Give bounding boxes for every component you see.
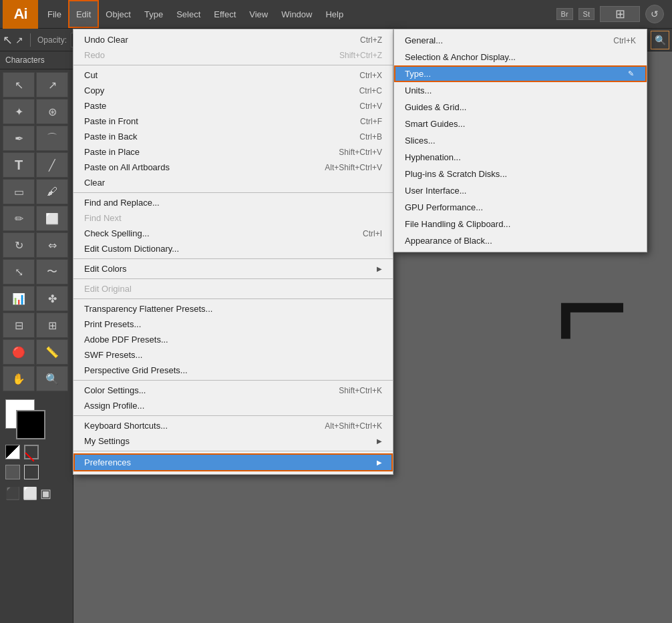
pref-plugins[interactable]: Plug-ins & Scratch Disks... — [394, 166, 647, 182]
pref-units[interactable]: Units... — [394, 82, 647, 99]
menu-edit[interactable]: Edit — [68, 0, 99, 28]
symbol-tool[interactable]: ✤ — [36, 286, 68, 311]
pref-slices[interactable]: Slices... — [394, 132, 647, 149]
sync-icon[interactable]: ↺ — [645, 5, 664, 23]
measure-tool[interactable]: 📏 — [36, 339, 68, 365]
divider-4 — [73, 278, 393, 279]
direct-selection-tool[interactable]: ↗ — [36, 72, 68, 97]
menu-paste-artboards[interactable]: Paste on All Artboards Alt+Shift+Ctrl+V — [73, 160, 393, 175]
lasso-tool[interactable]: ⊛ — [36, 99, 68, 124]
stock-icon[interactable]: St — [578, 8, 595, 20]
menu-cut[interactable]: Cut Ctrl+X — [73, 67, 393, 83]
pref-hyphenation[interactable]: Hyphenation... — [394, 149, 647, 166]
change-mode[interactable]: ⬜ — [23, 486, 37, 501]
stroke-color-box[interactable] — [24, 465, 39, 479]
slice-tool[interactable]: ⊞ — [36, 313, 68, 338]
menu-edit-original[interactable]: Edit Original — [73, 281, 393, 296]
menu-type[interactable]: Type — [138, 0, 170, 28]
foreground-color[interactable] — [16, 410, 45, 439]
divider-1 — [73, 65, 393, 65]
pen-tool[interactable]: ✒ — [3, 126, 35, 151]
edit-menu-dropdown: Undo Clear Ctrl+Z Redo Shift+Ctrl+Z Cut … — [73, 29, 393, 475]
select-tool-2-icon[interactable]: ↗ — [15, 35, 23, 45]
menu-copy[interactable]: Copy Ctrl+C — [73, 83, 393, 98]
pref-ui[interactable]: User Interface... — [394, 182, 647, 199]
svg-text:⌐: ⌐ — [554, 233, 631, 381]
rectangle-tool[interactable]: ▭ — [3, 179, 35, 204]
divider-6 — [73, 380, 393, 381]
pref-general[interactable]: General... Ctrl+K — [394, 32, 647, 49]
menu-preferences[interactable]: Preferences — [73, 453, 393, 471]
swap-colors[interactable] — [5, 445, 20, 459]
menu-keyboard-shortcuts[interactable]: Keyboard Shortcuts... Alt+Shift+Ctrl+K — [73, 418, 393, 433]
menu-undo[interactable]: Undo Clear Ctrl+Z — [73, 32, 393, 47]
menu-clear[interactable]: Clear — [73, 175, 393, 190]
artboard-tool[interactable]: ⊟ — [3, 313, 35, 338]
left-sidebar: Characters ↖ ↗ ✦ ⊛ ✒ ⌒ T ╱ ▭ 🖌 ✏ ⬜ ↻ ⇔ — [0, 51, 73, 623]
menu-help[interactable]: Help — [319, 0, 350, 28]
menu-select[interactable]: Select — [170, 0, 207, 28]
menu-find-replace[interactable]: Find and Replace... — [73, 195, 393, 210]
menu-print-presets[interactable]: Print Presets... — [73, 317, 393, 332]
magic-wand-tool[interactable]: ✦ — [3, 99, 35, 124]
menu-custom-dict[interactable]: Edit Custom Dictionary... — [73, 241, 393, 256]
menu-redo[interactable]: Redo Shift+Ctrl+Z — [73, 47, 393, 63]
menu-paste-back[interactable]: Paste in Back Ctrl+B — [73, 129, 393, 144]
divider-5 — [73, 298, 393, 299]
character-search[interactable]: 🔍 — [651, 31, 669, 49]
rotate-tool[interactable]: ↻ — [3, 232, 35, 258]
eraser-tool[interactable]: ⬜ — [36, 206, 68, 231]
menu-edit-colors[interactable]: Edit Colors — [73, 261, 393, 276]
preferences-submenu: General... Ctrl+K Selection & Anchor Dis… — [393, 29, 647, 252]
pref-selection[interactable]: Selection & Anchor Display... — [394, 49, 647, 65]
scale-tool[interactable]: ⤡ — [3, 259, 35, 284]
pref-gpu[interactable]: GPU Performance... — [394, 199, 647, 216]
warp-tool[interactable]: 〜 — [36, 259, 68, 284]
menu-my-settings[interactable]: My Settings — [73, 433, 393, 449]
menu-effect[interactable]: Effect — [207, 0, 242, 28]
curvature-tool[interactable]: ⌒ — [36, 126, 68, 151]
bridge-icon[interactable]: Br — [556, 8, 573, 20]
menu-transparency-presets[interactable]: Transparency Flattener Presets... — [73, 301, 393, 317]
mirror-tool[interactable]: ⇔ — [36, 232, 68, 258]
menu-assign-profile[interactable]: Assign Profile... — [73, 398, 393, 413]
menu-paste[interactable]: Paste Ctrl+V — [73, 98, 393, 114]
pref-file-handling[interactable]: File Handling & Clipboard... — [394, 216, 647, 232]
hand-tool[interactable]: ✋ — [3, 366, 35, 391]
workspace-dropdown[interactable]: ⊞ — [600, 6, 640, 22]
menu-window[interactable]: Window — [275, 0, 319, 28]
menu-paste-place[interactable]: Paste in Place Shift+Ctrl+V — [73, 144, 393, 160]
divider-7 — [73, 415, 393, 416]
eyedropper-tool[interactable]: 🔴 — [3, 339, 35, 365]
menu-perspective-presets[interactable]: Perspective Grid Presets... — [73, 363, 393, 378]
menu-paste-front[interactable]: Paste in Front Ctrl+F — [73, 114, 393, 129]
pref-smart-guides[interactable]: Smart Guides... — [394, 116, 647, 132]
pencil-tool[interactable]: ✏ — [3, 206, 35, 231]
none-color[interactable] — [24, 445, 39, 459]
fill-color-box[interactable] — [5, 465, 20, 479]
menu-view[interactable]: View — [242, 0, 275, 28]
paintbrush-tool[interactable]: 🖌 — [36, 179, 68, 204]
menu-pdf-presets[interactable]: Adobe PDF Presets... — [73, 332, 393, 347]
menu-check-spelling[interactable]: Check Spelling... Ctrl+I — [73, 226, 393, 241]
tool-row-11: 🔴 📏 — [3, 339, 70, 365]
graph-tool[interactable]: 📊 — [3, 286, 35, 311]
fullscreen-mode[interactable]: ▣ — [40, 486, 51, 501]
pref-guides-grid[interactable]: Guides & Grid... — [394, 99, 647, 116]
zoom-tool[interactable]: 🔍 — [36, 366, 68, 391]
type-tool[interactable]: T — [3, 152, 35, 178]
app-logo: Ai — [3, 0, 38, 29]
menu-find-next[interactable]: Find Next — [73, 210, 393, 226]
select-tool-icon[interactable]: ↖ — [3, 33, 13, 47]
menu-swf-presets[interactable]: SWF Presets... — [73, 347, 393, 363]
menu-object[interactable]: Object — [99, 0, 138, 28]
pref-black-appearance[interactable]: Appearance of Black... — [394, 232, 647, 249]
tool-row-4: T ╱ — [3, 152, 70, 178]
line-tool[interactable]: ╱ — [36, 152, 68, 178]
screen-mode[interactable]: ⬛ — [5, 486, 20, 501]
menu-file[interactable]: File — [41, 0, 68, 28]
menu-color-settings[interactable]: Color Settings... Shift+Ctrl+K — [73, 383, 393, 398]
selection-tool[interactable]: ↖ — [3, 72, 35, 97]
color-swatches[interactable] — [5, 399, 45, 439]
pref-type[interactable]: Type... ✎ — [394, 65, 647, 82]
